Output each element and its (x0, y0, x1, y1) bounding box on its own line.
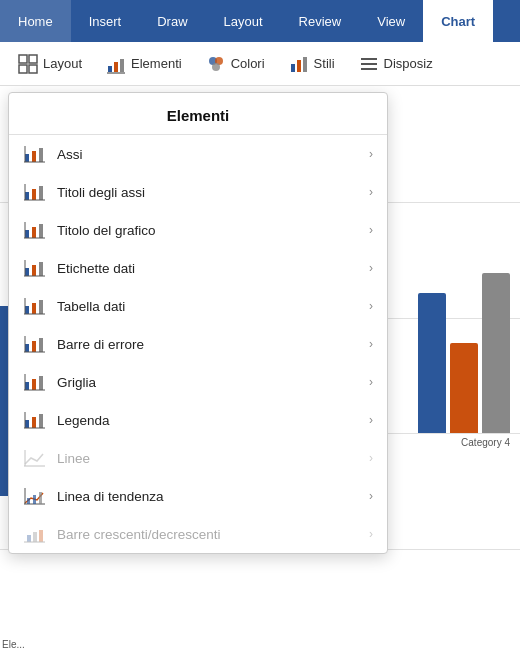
menu-item-label-barre-errore: Barre di errore (57, 337, 359, 352)
menu-item-linee: Linee › (9, 439, 387, 477)
svg-rect-65 (33, 532, 37, 542)
menu-item-label-legenda: Legenda (57, 413, 359, 428)
chart-line-up-icon (23, 486, 47, 506)
svg-rect-34 (39, 262, 43, 276)
svg-rect-6 (120, 59, 124, 72)
svg-rect-17 (25, 154, 29, 162)
svg-rect-27 (25, 230, 29, 238)
svg-rect-18 (32, 151, 36, 162)
ele-label: Ele... (0, 639, 25, 650)
menu-item-barre-crescenti: Barre crescenti/decrescenti › (9, 515, 387, 553)
svg-rect-23 (32, 189, 36, 200)
svg-rect-62 (33, 495, 36, 504)
svg-rect-48 (32, 379, 36, 390)
svg-rect-33 (32, 265, 36, 276)
svg-rect-64 (27, 535, 31, 542)
menu-item-label-titoli-assi: Titoli degli assi (57, 185, 359, 200)
svg-rect-54 (39, 414, 43, 428)
bar-orange (450, 343, 478, 433)
elementi-button[interactable]: Elementi (96, 50, 192, 78)
menu-item-assi[interactable]: Assi › (9, 135, 387, 173)
menu-item-label-tabella-dati: Tabella dati (57, 299, 359, 314)
disposizione-button[interactable]: Disposiz (349, 50, 443, 78)
menu-item-barre-errore[interactable]: Barre di errore › (9, 325, 387, 363)
menu-item-legenda[interactable]: Legenda › (9, 401, 387, 439)
svg-rect-22 (25, 192, 29, 200)
ribbon-tab-draw[interactable]: Draw (139, 0, 205, 42)
menu-item-arrow-barre-crescenti: › (369, 527, 373, 541)
chart-bars-icon (23, 144, 47, 164)
bar-blue (418, 293, 446, 433)
svg-rect-53 (32, 417, 36, 428)
svg-rect-44 (39, 338, 43, 352)
stili-button[interactable]: Stili (279, 50, 345, 78)
menu-item-label-assi: Assi (57, 147, 359, 162)
svg-rect-37 (25, 306, 29, 314)
svg-rect-12 (297, 60, 301, 72)
svg-rect-11 (291, 64, 295, 72)
chart-area: Category 4 (385, 86, 520, 665)
menu-item-etichette-dati[interactable]: Etichette dati › (9, 249, 387, 287)
svg-rect-47 (25, 382, 29, 390)
elementi-icon (106, 54, 126, 74)
ribbon-tab-review[interactable]: Review (281, 0, 360, 42)
svg-rect-63 (39, 492, 42, 504)
dropdown-title: Elementi (9, 93, 387, 135)
svg-rect-29 (39, 224, 43, 238)
disposizione-label: Disposiz (384, 56, 433, 71)
chart-line-icon (23, 448, 47, 468)
svg-rect-43 (32, 341, 36, 352)
chart-bars-icon (23, 372, 47, 392)
menu-item-tabella-dati[interactable]: Tabella dati › (9, 287, 387, 325)
colori-label: Colori (231, 56, 265, 71)
menu-item-arrow-tabella-dati: › (369, 299, 373, 313)
chart-bars-small-icon (23, 524, 47, 544)
svg-rect-32 (25, 268, 29, 276)
svg-rect-5 (114, 62, 118, 72)
menu-item-label-linee: Linee (57, 451, 359, 466)
layout-button[interactable]: Layout (8, 50, 92, 78)
svg-rect-3 (29, 65, 37, 73)
menu-item-label-griglia: Griglia (57, 375, 359, 390)
colori-button[interactable]: Colori (196, 50, 275, 78)
svg-rect-19 (39, 148, 43, 162)
menu-item-arrow-assi: › (369, 147, 373, 161)
menu-item-label-titolo-grafico: Titolo del grafico (57, 223, 359, 238)
menu-item-linea-tendenza[interactable]: Linea di tendenza › (9, 477, 387, 515)
svg-rect-2 (19, 65, 27, 73)
menu-item-arrow-titoli-assi: › (369, 185, 373, 199)
svg-rect-52 (25, 420, 29, 428)
ribbon-tab-home[interactable]: Home (0, 0, 71, 42)
chart-bars-icon (23, 296, 47, 316)
svg-rect-0 (19, 55, 27, 63)
ribbon-tab-layout[interactable]: Layout (206, 0, 281, 42)
chart-bars-icon (23, 220, 47, 240)
chart-category-label: Category 4 (461, 437, 510, 448)
menu-item-arrow-barre-errore: › (369, 337, 373, 351)
ribbon-tab-insert[interactable]: Insert (71, 0, 140, 42)
svg-rect-42 (25, 344, 29, 352)
menu-item-arrow-linee: › (369, 451, 373, 465)
menu-item-griglia[interactable]: Griglia › (9, 363, 387, 401)
chart-bars-icon (23, 182, 47, 202)
ribbon-tab-chart[interactable]: Chart (423, 0, 493, 42)
svg-rect-13 (303, 57, 307, 72)
svg-rect-28 (32, 227, 36, 238)
menu-item-titolo-grafico[interactable]: Titolo del grafico › (9, 211, 387, 249)
ribbon-tab-view[interactable]: View (359, 0, 423, 42)
svg-rect-24 (39, 186, 43, 200)
menu-item-arrow-griglia: › (369, 375, 373, 389)
svg-rect-38 (32, 303, 36, 314)
menu-item-label-barre-crescenti: Barre crescenti/decrescenti (57, 527, 359, 542)
svg-rect-61 (27, 498, 30, 504)
menu-item-arrow-etichette-dati: › (369, 261, 373, 275)
disposizione-icon (359, 54, 379, 74)
menu-item-titoli-assi[interactable]: Titoli degli assi › (9, 173, 387, 211)
chart-bars-group (418, 273, 510, 433)
menu-item-label-linea-tendenza: Linea di tendenza (57, 489, 359, 504)
svg-point-10 (212, 63, 220, 71)
chart-bars-icon (23, 334, 47, 354)
svg-rect-39 (39, 300, 43, 314)
menu-item-arrow-linea-tendenza: › (369, 489, 373, 503)
elementi-label: Elementi (131, 56, 182, 71)
